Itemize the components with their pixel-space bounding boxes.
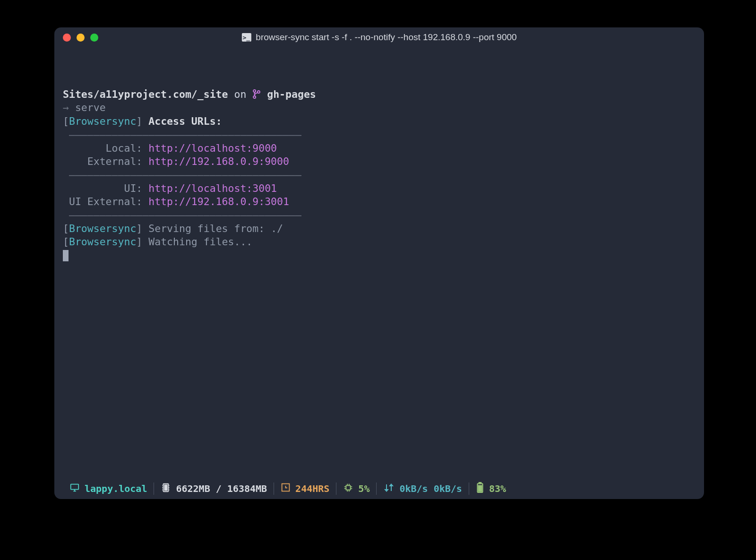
- prompt-arrow: →: [63, 102, 75, 113]
- svg-rect-5: [165, 485, 168, 490]
- zoom-button[interactable]: [90, 34, 98, 42]
- svg-rect-7: [346, 485, 351, 490]
- titlebar: >_ browser-sync start -s -f . --no-notif…: [54, 27, 704, 47]
- battery-icon: [476, 482, 484, 496]
- status-cpu-segment: 5%: [336, 482, 376, 495]
- ui-url: http://localhost:3001: [148, 182, 277, 194]
- status-cpu: 5%: [358, 483, 369, 494]
- bracket: ]: [136, 236, 142, 248]
- command-text: serve: [75, 102, 106, 113]
- host-icon: [69, 482, 80, 495]
- external-url: http://192.168.0.9:9000: [148, 155, 289, 167]
- terminal-window: >_ browser-sync start -s -f . --no-notif…: [54, 27, 704, 499]
- window-title-text: browser-sync start -s -f . --no-notify -…: [256, 32, 516, 43]
- svg-point-1: [253, 96, 256, 98]
- status-host-segment: lappy.local: [63, 482, 154, 495]
- ui-external-url: http://192.168.0.9:3001: [148, 196, 289, 207]
- network-icon: [383, 483, 395, 495]
- prompt-path: Sites/a11yproject.com/_site: [63, 88, 228, 100]
- svg-rect-9: [479, 482, 481, 483]
- window-title: >_ browser-sync start -s -f . --no-notif…: [241, 32, 516, 43]
- traffic-lights: [63, 34, 98, 42]
- browsersync-label: Browsersync: [69, 223, 136, 234]
- bracket: [: [63, 223, 69, 234]
- ui-external-label: UI External:: [63, 196, 148, 207]
- bracket: [: [63, 115, 69, 127]
- divider: ––––––––––––––––––––––––––––––––––––––: [63, 169, 301, 181]
- access-urls-heading: Access URLs:: [148, 115, 222, 127]
- prompt-branch: gh-pages: [261, 88, 316, 100]
- svg-rect-3: [71, 484, 79, 489]
- minimize-button[interactable]: [77, 34, 85, 42]
- bracket: ]: [136, 223, 142, 234]
- status-hours-segment: 244HRS: [274, 482, 336, 495]
- status-network: 0kB/s 0kB/s: [399, 483, 462, 494]
- svg-point-2: [258, 91, 260, 93]
- memory-icon: [161, 482, 171, 495]
- status-hours: 244HRS: [295, 483, 329, 494]
- svg-point-0: [253, 90, 256, 92]
- status-battery: 83%: [489, 483, 506, 494]
- browsersync-label: Browsersync: [69, 115, 136, 127]
- close-button[interactable]: [63, 34, 71, 42]
- status-host: lappy.local: [85, 483, 147, 494]
- local-url: http://localhost:9000: [148, 142, 277, 154]
- terminal-output[interactable]: Sites/a11yproject.com/_site on gh-pages …: [54, 47, 704, 478]
- svg-rect-10: [479, 485, 482, 491]
- terminal-icon: >_: [241, 33, 251, 42]
- git-branch-icon: [252, 88, 261, 100]
- status-battery-segment: 83%: [469, 482, 513, 496]
- status-memory-segment: 6622MB / 16384MB: [154, 482, 274, 495]
- watching-line: Watching files...: [148, 236, 252, 248]
- serving-line: Serving files from: ./: [148, 223, 283, 234]
- divider: ––––––––––––––––––––––––––––––––––––––: [63, 129, 301, 140]
- bracket: ]: [136, 115, 142, 127]
- ui-label: UI:: [63, 182, 148, 194]
- clock-icon: [281, 482, 291, 495]
- cpu-icon: [343, 482, 353, 495]
- browsersync-label: Browsersync: [69, 236, 136, 248]
- prompt-on: on: [228, 88, 253, 100]
- external-label: External:: [63, 155, 148, 167]
- status-bar: lappy.local 6622MB / 16384MB 244HRS 5%: [54, 478, 704, 499]
- local-label: Local:: [63, 142, 148, 154]
- divider: ––––––––––––––––––––––––––––––––––––––: [63, 209, 301, 221]
- status-memory: 6622MB / 16384MB: [176, 483, 267, 494]
- cursor: [63, 250, 69, 261]
- bracket: [: [63, 236, 69, 248]
- status-network-segment: 0kB/s 0kB/s: [377, 483, 468, 495]
